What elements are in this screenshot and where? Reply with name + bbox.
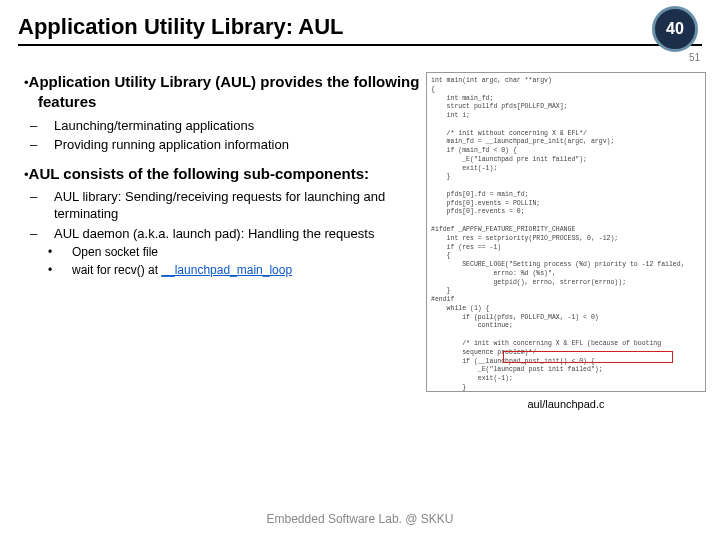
slide-number-badge: 40 — [652, 6, 698, 52]
code-text: int main(int argc, char **argv) { int ma… — [431, 77, 685, 392]
bullet-text: Application Utility Library (AUL) provid… — [29, 73, 420, 110]
bullet-text: AUL library: Sending/receiving requests … — [54, 189, 385, 222]
code-symbol-link[interactable]: __launchpad_main_loop — [161, 263, 292, 277]
bullet-level2: –Launching/terminating applications — [20, 117, 420, 135]
bullet-text: wait for recv() at — [72, 263, 161, 277]
code-caption: aul/launchpad.c — [426, 398, 706, 410]
slide-footer: Embedded Software Lab. @ SKKU — [0, 512, 720, 526]
page-number: 51 — [689, 52, 700, 63]
bullet-level2: –AUL daemon (a.k.a. launch pad): Handlin… — [20, 225, 420, 243]
bullet-level3: •wait for recv() at __launchpad_main_loo… — [20, 262, 420, 278]
slide-header: Application Utility Library: AUL 40 51 — [0, 0, 720, 52]
slide-title: Application Utility Library: AUL — [18, 14, 702, 40]
bullet-text: Open socket file — [72, 245, 158, 259]
title-underline — [18, 44, 702, 46]
bullet-text: AUL consists of the following sub-compon… — [29, 165, 370, 182]
code-column: int main(int argc, char **argv) { int ma… — [420, 72, 712, 410]
highlight-box — [503, 351, 673, 363]
bullet-level1: •Application Utility Library (AUL) provi… — [20, 72, 420, 113]
bullet-level2: –AUL library: Sending/receiving requests… — [20, 188, 420, 223]
bullet-level1: •AUL consists of the following sub-compo… — [20, 164, 420, 184]
bullet-level2: –Providing running application informati… — [20, 136, 420, 154]
bullet-text: Launching/terminating applications — [54, 118, 254, 133]
bullet-text: Providing running application informatio… — [54, 137, 289, 152]
code-screenshot: int main(int argc, char **argv) { int ma… — [426, 72, 706, 392]
text-column: •Application Utility Library (AUL) provi… — [20, 72, 420, 410]
bullet-text: AUL daemon (a.k.a. launch pad): Handling… — [54, 226, 374, 241]
bullet-level3: •Open socket file — [20, 244, 420, 260]
slide-body: •Application Utility Library (AUL) provi… — [0, 52, 720, 410]
